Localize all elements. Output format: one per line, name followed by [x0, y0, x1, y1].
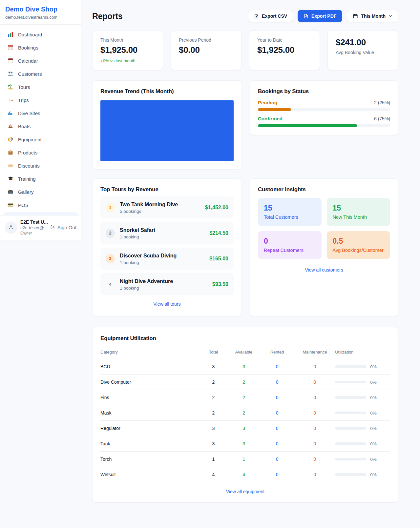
column-header-total: Total — [199, 346, 228, 359]
table-row: Mask 2 2 0 0 0% — [100, 405, 390, 421]
calendar-icon — [7, 57, 14, 64]
status-progress-fill — [258, 124, 357, 127]
stat-label: Year to Date — [257, 37, 312, 43]
cell-rented: 0 — [260, 359, 295, 375]
stat-value: $241.00 — [336, 37, 390, 48]
tour-row: 4 Night Dive Adventure 1 booking $93.50 — [100, 273, 234, 295]
sidebar-item-tours[interactable]: Tours — [4, 80, 77, 93]
user-panel: E2E Test U... e2e-tester@... Owner Sign … — [0, 215, 81, 240]
cell-total: 3 — [199, 359, 228, 375]
sidebar-item-customers[interactable]: Customers — [4, 67, 77, 80]
stat-card: Avg Booking Value $241.00 — [327, 30, 398, 70]
cell-rented: 0 — [260, 436, 295, 452]
sidebar-item-boats[interactable]: Boats — [4, 120, 77, 133]
utilization-bar — [335, 396, 366, 399]
equipment-utilization-title: Equipment Utilization — [100, 335, 390, 342]
cell-utilization: 0% — [335, 452, 390, 467]
tour-name: Snorkel Safari — [120, 227, 155, 234]
status-progress-fill — [258, 108, 291, 111]
view-all-customers-link[interactable]: View all customers — [258, 267, 390, 273]
shop-name: Demo Dive Shop — [5, 5, 76, 13]
sign-out-button[interactable]: Sign Out — [50, 225, 76, 231]
status-row: Confirmed 6 (75%) — [258, 116, 390, 127]
insight-tile: 15 New This Month — [327, 198, 390, 226]
sidebar-item-training[interactable]: Training — [4, 172, 77, 185]
sidebar-item-pos[interactable]: POS — [4, 198, 77, 212]
sidebar-item-label: Trips — [18, 97, 29, 103]
insight-tile: 0.5 Avg Bookings/Customer — [327, 231, 390, 259]
insight-label: Repeat Customers — [264, 248, 316, 253]
sidebar-item-trips[interactable]: Trips — [4, 93, 77, 107]
sidebar-item-gallery[interactable]: Gallery — [4, 185, 77, 198]
revenue-trend-card: Revenue Trend (This Month) — [92, 80, 242, 169]
cell-total: 1 — [199, 452, 228, 467]
cell-maintenance: 0 — [295, 390, 335, 405]
tour-rank-badge: 3 — [106, 254, 115, 263]
pos-icon — [7, 202, 14, 208]
cell-total: 3 — [199, 436, 228, 452]
stat-value: $1,925.00 — [100, 45, 155, 55]
sidebar-item-discounts[interactable]: Discounts — [4, 159, 77, 172]
main-content: Reports Export CSV Export PDF This Month… — [81, 0, 403, 522]
sidebar-item-bookings[interactable]: 17 Bookings — [4, 41, 77, 54]
sidebar-item-label: Discounts — [18, 163, 40, 169]
period-dropdown[interactable]: This Month — [347, 10, 398, 22]
user-name: E2E Test U... — [20, 219, 47, 225]
stat-card: This Month $1,925.00 +0% vs last month — [92, 30, 163, 70]
sidebar-item-label: Gallery — [18, 189, 34, 195]
stat-label: Avg Booking Value — [336, 50, 390, 55]
export-csv-button[interactable]: Export CSV — [248, 10, 293, 22]
tour-bookings: 1 booking — [120, 234, 155, 239]
utilization-percent: 0% — [370, 472, 377, 477]
utilization-percent: 0% — [370, 457, 377, 462]
tour-row: 1 Two Tank Morning Dive 5 bookings $1,45… — [100, 196, 234, 218]
sidebar-item-dive-sites[interactable]: Dive Sites — [4, 107, 77, 120]
customer-insights-title: Customer Insights — [258, 186, 390, 193]
cell-rented: 0 — [260, 405, 295, 421]
user-role: Owner — [20, 231, 47, 235]
insight-value: 0.5 — [333, 237, 385, 246]
status-progress-track — [258, 108, 390, 111]
shop-domain: demo.test.divestreams.com — [5, 15, 76, 20]
column-header-utilization: Utilization — [335, 346, 390, 359]
insight-label: New This Month — [333, 214, 385, 220]
table-row: Dive Computer 2 2 0 0 0% — [100, 375, 390, 390]
user-info: E2E Test U... e2e-tester@... Owner — [20, 219, 47, 235]
equipment-table-header-row: CategoryTotalAvailableRentedMaintenanceU… — [100, 346, 390, 359]
insight-value: 0 — [264, 237, 316, 246]
cell-total: 2 — [199, 375, 228, 390]
cell-available: 3 — [228, 436, 260, 452]
user-email: e2e-tester@... — [20, 225, 47, 230]
view-all-equipment-link[interactable]: View all equipment — [100, 489, 390, 494]
top-tours-card: Top Tours by Revenue 1 Two Tank Morning … — [92, 178, 242, 316]
insight-label: Total Customers — [264, 214, 316, 220]
sidebar-item-products[interactable]: Products — [4, 146, 77, 159]
status-label: Confirmed — [258, 116, 283, 121]
cell-available: 2 — [228, 405, 260, 421]
utilization-percent: 0% — [370, 364, 377, 369]
tour-bookings: 1 booking — [120, 286, 173, 291]
table-row: Wetsuit 4 4 0 0 0% — [100, 467, 390, 482]
cell-total: 3 — [199, 421, 228, 436]
table-row: Regulator 3 3 0 0 0% — [100, 421, 390, 436]
cell-category: BCD — [100, 359, 199, 375]
view-all-tours-link[interactable]: View all tours — [100, 301, 234, 307]
utilization-bar — [335, 381, 366, 383]
column-header-maintenance: Maintenance — [295, 346, 335, 359]
table-row: Fins 2 2 0 0 0% — [100, 390, 390, 405]
cell-maintenance: 0 — [295, 405, 335, 421]
utilization-percent: 0% — [370, 380, 377, 385]
export-pdf-button[interactable]: Export PDF — [298, 10, 342, 22]
sidebar-item-equipment[interactable]: Equipment — [4, 133, 77, 146]
sidebar-item-calendar[interactable]: Calendar — [4, 54, 77, 67]
bookings-icon: 17 — [7, 44, 14, 51]
sidebar-item-label: Dive Sites — [18, 111, 40, 116]
cell-rented: 0 — [260, 421, 295, 436]
equipment-icon — [7, 136, 14, 143]
utilization-percent: 0% — [370, 411, 377, 416]
sidebar-item-dashboard[interactable]: Dashboard — [4, 28, 77, 41]
calendar-outline-icon — [353, 13, 358, 19]
sidebar-item-reports-partial[interactable] — [3, 212, 78, 215]
sidebar-item-label: Boats — [18, 124, 31, 129]
export-csv-label: Export CSV — [262, 13, 287, 19]
